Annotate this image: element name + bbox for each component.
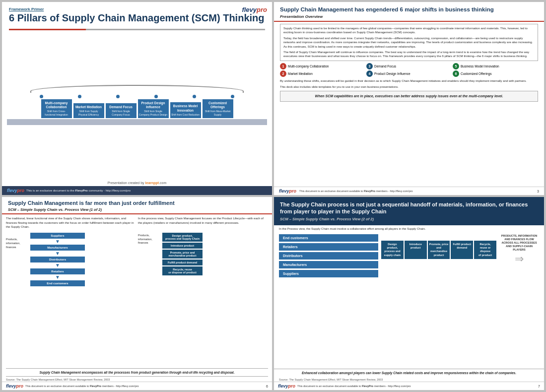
- pillar-col-3: Demand Focus Shift from Single Company F…: [106, 103, 136, 118]
- slide2-title: Supply Chain Management has engendered 6…: [280, 6, 538, 13]
- pillar-num-1: 1: [280, 63, 286, 69]
- slide2-para1: Supply Chain thinking used to be limited…: [283, 26, 535, 35]
- dot-4: [154, 95, 158, 98]
- sc-node-distributors: Distributors: [30, 257, 85, 262]
- supply-chain-diagram: Suppliers ▼ Manufacturers ▼ Distributors…: [30, 233, 85, 286]
- slide4-players: End customers Retailers Distributors Man…: [279, 234, 378, 366]
- pillar-num-5: 5: [453, 63, 459, 69]
- slide3-title: Supply Chain Management is far more than…: [8, 200, 266, 206]
- right-arrow: ⇒: [515, 253, 524, 265]
- slide2-para2: Today, the field has broadened and shift…: [283, 36, 535, 49]
- sc-arrow-2: ▼: [55, 251, 60, 256]
- arch-line: [30, 85, 244, 93]
- pf-node-5: Recycle, reuseor dispose of product: [162, 266, 203, 275]
- flow-area: Design product,process andsupply chain I…: [381, 234, 539, 266]
- slide2-body: Supply Chain thinking used to be limited…: [274, 22, 544, 187]
- flow-label: PRODUCTS, INFORMATION AND FINANCES FLOW …: [499, 234, 539, 252]
- slide2-callout: When SCM capabilities are in place, exec…: [280, 91, 538, 102]
- pillar-col-4: Product Design Influence Shift from Sing…: [138, 99, 169, 119]
- slide2-bottom-text2: This deck also includes slide templates …: [280, 85, 538, 89]
- dot-6: [231, 95, 234, 98]
- pillar-num-6: 6: [453, 70, 459, 77]
- sc-node-end-customers: End customers: [30, 280, 85, 286]
- slide3-col2-text: In the process view, Supply Chain Manage…: [138, 216, 268, 225]
- sc-node-manufacturers: Manufacturers: [30, 245, 85, 251]
- pillar-box-2: Market Mediation Shift from Supply Physi…: [73, 103, 104, 118]
- dot-2: [78, 95, 81, 98]
- slide1-footer: flevypro This is an exclusive document t…: [2, 186, 272, 195]
- player-distributors: Distributors: [279, 252, 378, 260]
- pf-node-4: Fulfill product demand: [162, 260, 203, 265]
- pillar-item-4: 4 Product Design Influence: [366, 70, 452, 77]
- pillar-item-1: 1 Multi-company Collaboration: [280, 63, 365, 69]
- slide2-text-box: Supply Chain thinking used to be limited…: [280, 24, 538, 61]
- pf-node-3: Promote, price andmerchandise product: [162, 250, 203, 259]
- slide1-title: 6 Pillars of Supply Chain Management (SC…: [9, 12, 265, 24]
- slide2-bottom-text1: By understanding these shifts, executive…: [280, 79, 538, 83]
- slide3-col-left: The traditional, linear functional view …: [6, 216, 136, 366]
- footer-flevy-logo-s2: flevypro: [279, 189, 296, 194]
- slide4-subtitle: SCM – Simple Supply Chain vs. Process Vi…: [280, 217, 538, 221]
- slide-3: Supply Chain Management is far more than…: [2, 197, 272, 390]
- slide4-body: End customers Retailers Distributors Man…: [274, 231, 544, 369]
- player-retailers: Retailers: [279, 243, 378, 251]
- pillar-item-6: 6 Customized Offerings: [453, 70, 538, 77]
- pf-node-1: Design product,process and Supply Chain: [162, 233, 203, 242]
- pillar-box-3: Demand Focus Shift from Single Company F…: [106, 103, 136, 118]
- page-num-s3: 6: [266, 385, 268, 388]
- slide3-footer: flevypro This document is an exclusive d…: [2, 382, 272, 390]
- slide4-intro: In the Process view, the Supply Chain mu…: [274, 225, 544, 231]
- pillar-num-2: 2: [280, 70, 286, 77]
- slide4-proc-3: Promote, priceand merchandiseproduct: [428, 241, 450, 259]
- sc-arrow-3: ▼: [55, 263, 60, 268]
- slide3-header: Supply Chain Management is far more than…: [2, 197, 272, 214]
- slide2-header: Supply Chain Management has engendered 6…: [274, 2, 544, 22]
- slide4-proc-5: Recycle,reuse or disposeof product: [474, 241, 496, 259]
- sc-side-label: Products,information,finances: [6, 233, 28, 249]
- slide1-header: Framework Primer 6 Pillars of Supply Cha…: [2, 2, 272, 29]
- dot-1: [40, 95, 43, 98]
- slide4-callout: Enhanced collaboration amongst players c…: [274, 369, 544, 377]
- slide3-col-right: In the process view, Supply Chain Manage…: [138, 216, 268, 366]
- flevy-logo-slide1: flevypro: [242, 6, 267, 13]
- slide4-proc-1: Design product,process andsupply chain: [381, 241, 404, 259]
- pillars-row: Multi-company Collaboration Shift from C…: [7, 99, 267, 119]
- pillar-col-2: Market Mediation Shift from Supply Physi…: [73, 103, 104, 118]
- process-diagram-wrapper: Products,information,finances Design pro…: [138, 229, 268, 275]
- slide1-framework-label: Framework Primer: [9, 7, 265, 11]
- slide-4: The Supply Chain process is not just a s…: [274, 197, 544, 390]
- pillar-item-3: 3 Demand Focus: [366, 63, 452, 69]
- slide1-created: Presentation created by learnppt.com: [2, 180, 272, 186]
- pillar-box-1: Multi-company Collaboration Shift from C…: [41, 99, 72, 119]
- slide2-pillars-row: 1 Multi-company Collaboration 3 Demand F…: [280, 63, 538, 77]
- slide3-subtitle: SCM – Simple Supply Chain vs. Process Vi…: [8, 207, 266, 212]
- dot-3: [116, 95, 120, 98]
- pillar-col-1: Multi-company Collaboration Shift from C…: [41, 99, 72, 119]
- footer-flevy-logo-s4: flevypro: [278, 384, 295, 389]
- slide4-header: The Supply Chain process is not just a s…: [274, 197, 544, 225]
- pillar-box-4: Product Design Influence Shift from Sing…: [138, 99, 169, 119]
- sc-node-suppliers: Suppliers: [30, 233, 85, 239]
- player-suppliers: Suppliers: [279, 270, 378, 277]
- page-num-s4: 7: [538, 385, 540, 388]
- pillar-num-4: 4: [366, 70, 373, 77]
- pillar-box-6: Customized Offerings Shift from Mass-Mar…: [203, 99, 233, 119]
- pf-node-2: Introduce product: [162, 243, 203, 249]
- dots-row: [7, 95, 267, 98]
- slide3-callout: Supply Chain Management encompasses all …: [6, 368, 268, 377]
- slide4-title: The Supply Chain process is not just a s…: [280, 201, 538, 215]
- big-arrow-area: PRODUCTS, INFORMATION AND FINANCES FLOW …: [499, 234, 539, 266]
- slide1-diagram: Multi-company Collaboration Shift from C…: [2, 30, 272, 180]
- learnppt-logo: learnppt: [145, 181, 159, 185]
- slide3-body: The traditional, linear functional view …: [2, 214, 272, 368]
- pillar-item-5: 5 Business Model Innovation: [453, 63, 538, 69]
- footer-flevy-logo-s3: flevypro: [6, 384, 23, 389]
- footer-flevy-logo: flevypro: [7, 188, 24, 193]
- slide4-footer: flevypro This document is an exclusive d…: [274, 382, 544, 390]
- slide4-proc-2: Introduceproduct: [405, 241, 427, 259]
- process-side-label: Products,information,finances: [138, 229, 160, 245]
- pillar-num-3: 3: [366, 63, 373, 69]
- pillars-container: Multi-company Collaboration Shift from C…: [7, 85, 267, 126]
- sc-arrow-1: ▼: [55, 239, 60, 244]
- slide2-overview-label: Presentation Overview: [280, 14, 538, 19]
